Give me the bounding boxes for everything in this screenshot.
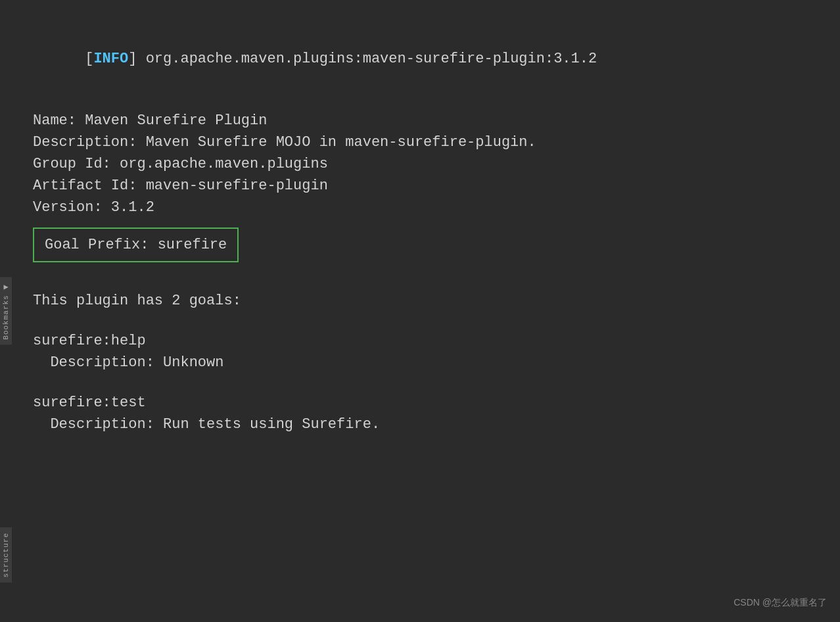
- bracket-open: [: [85, 51, 93, 67]
- info-tag: INFO: [93, 51, 128, 67]
- info-line: [INFO] org.apache.maven.plugins:maven-su…: [33, 26, 814, 91]
- bookmarks-label: Bookmarks: [2, 295, 10, 339]
- bookmarks-sidebar: ▶ Bookmarks: [0, 277, 12, 345]
- artifact-id-line: Artifact Id: maven-surefire-plugin: [33, 175, 814, 197]
- watermark: CSDN @怎么就重名了: [734, 597, 827, 609]
- structure-label: structure: [2, 533, 10, 577]
- group-id-line: Group Id: org.apache.maven.plugins: [33, 153, 814, 175]
- goal-prefix-container: Goal Prefix: surefire: [33, 224, 814, 266]
- goal-prefix-line: Goal Prefix: surefire: [45, 237, 227, 253]
- spacer-2: [33, 272, 814, 290]
- version-line: Version: 3.1.2: [33, 197, 814, 218]
- help-description-line: Description: Unknown: [33, 352, 814, 373]
- test-description-line: Description: Run tests using Surefire.: [33, 414, 814, 435]
- spacer-1: [33, 91, 814, 110]
- name-line: Name: Maven Surefire Plugin: [33, 110, 814, 132]
- goal-prefix-box: Goal Prefix: surefire: [33, 227, 239, 262]
- surefire-test-line: surefire:test: [33, 392, 814, 414]
- description-line: Description: Maven Surefire MOJO in mave…: [33, 132, 814, 153]
- bookmark-arrow-icon: ▶: [3, 282, 8, 292]
- spacer-3: [33, 312, 814, 330]
- surefire-help-line: surefire:help: [33, 330, 814, 352]
- goals-count-line: This plugin has 2 goals:: [33, 290, 814, 312]
- bracket-close: ]: [128, 51, 137, 67]
- spacer-4: [33, 373, 814, 392]
- terminal-window: [INFO] org.apache.maven.plugins:maven-su…: [0, 0, 840, 622]
- structure-sidebar: structure: [0, 527, 12, 583]
- info-text: org.apache.maven.plugins:maven-surefire-…: [137, 51, 597, 67]
